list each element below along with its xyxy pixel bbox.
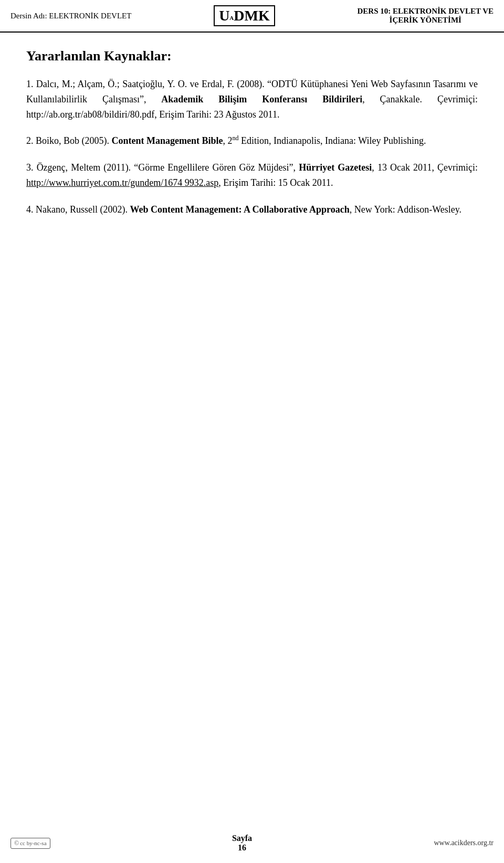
ref-3-journal: Hürriyet Gazetesi [299, 162, 372, 173]
page-title: Yararlanılan Kaynaklar: [26, 48, 478, 64]
ref-3-number: 3. [26, 162, 34, 173]
ref-1-number: 1. [26, 79, 34, 89]
ref-4-number: 4. [26, 204, 34, 215]
cc-circle-icon: © [14, 839, 19, 847]
ref-2-superscript: nd [233, 134, 239, 142]
logo-u: U [219, 8, 229, 23]
footer-page-label: Sayfa [232, 834, 252, 843]
ref-3-url: http://www.hurriyet.com.tr/gundem/1674 9… [26, 177, 218, 188]
logo-box: U A DMK [214, 5, 275, 26]
footer-page-number: 16 [232, 843, 252, 853]
header-logo: U A DMK [214, 5, 275, 26]
ref-2-text: Boiko, Bob (2005). Content Management Bi… [36, 135, 426, 146]
logo-dmk: DMK [234, 8, 269, 23]
ref-3-text: Özgenç, Meltem (2011). “Görme Engelliler… [26, 162, 478, 188]
logo-a: A [229, 15, 234, 21]
footer-page-section: Sayfa 16 [232, 834, 252, 853]
cc-badge: © cc by-nc-sa [10, 838, 50, 849]
reference-item-1: 1. Dalcı, M.; Alçam, Ö.; Saatçioğlu, Y. … [26, 77, 478, 122]
footer-url: www.acikders.org.tr [434, 839, 494, 847]
ref-2-title: Content Management Bible [112, 135, 223, 146]
ref-4-title: Web Content Management: A Collaborative … [130, 204, 349, 215]
ref-2-number: 2. [26, 135, 34, 146]
header-course-title: DERS 10: ELEKTRONİK DEVLET VE İÇERİK YÖN… [357, 7, 494, 25]
reference-item-4: 4. Nakano, Russell (2002). Web Content M… [26, 202, 478, 217]
header-course-name: Dersin Adı: ELEKTRONİK DEVLET [10, 12, 131, 20]
ref-1-text: Dalcı, M.; Alçam, Ö.; Saatçioğlu, Y. O. … [26, 79, 478, 120]
page-header: Dersin Adı: ELEKTRONİK DEVLET U A DMK DE… [0, 0, 504, 33]
footer-cc-section: © cc by-nc-sa [10, 838, 50, 849]
ref-1-journal: Akademik Bilişim Konferansı Bildirileri [161, 94, 362, 104]
reference-item-3: 3. Özgenç, Meltem (2011). “Görme Engelli… [26, 160, 478, 191]
page-content: Yararlanılan Kaynaklar: 1. Dalcı, M.; Al… [0, 43, 504, 271]
ref-4-text: Nakano, Russell (2002). Web Content Mana… [36, 204, 461, 215]
page-footer: © cc by-nc-sa Sayfa 16 www.acikders.org.… [0, 834, 504, 853]
cc-label: cc by-nc-sa [20, 840, 46, 846]
reference-item-2: 2. Boiko, Bob (2005). Content Management… [26, 133, 478, 149]
reference-list: 1. Dalcı, M.; Alçam, Ö.; Saatçioğlu, Y. … [26, 77, 478, 217]
